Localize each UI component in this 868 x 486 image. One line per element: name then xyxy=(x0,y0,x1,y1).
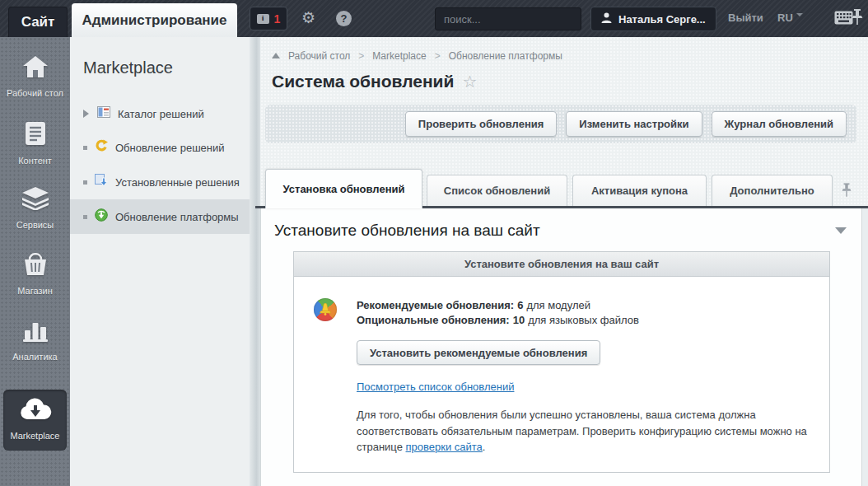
platform-update-icon xyxy=(95,208,108,225)
breadcrumb-separator: > xyxy=(435,50,441,62)
menu-item-label: Каталог решений xyxy=(118,108,204,120)
rail-item-services[interactable]: Сервисы xyxy=(0,187,70,253)
search-box xyxy=(435,7,581,30)
bar-chart-icon xyxy=(22,319,49,345)
home-icon xyxy=(22,55,49,82)
layers-icon xyxy=(21,187,49,213)
top-bar: Сайт Администрирование i 1 ⚙ ? Наталья С… xyxy=(0,0,868,37)
user-name: Наталья Серге... xyxy=(618,13,706,26)
collapse-section-icon[interactable] xyxy=(835,227,847,240)
system-requirements-note: Для того, чтобы обновления были успешно … xyxy=(357,407,813,456)
gear-icon[interactable]: ⚙ xyxy=(301,9,315,27)
tabs-pin-icon[interactable] xyxy=(842,182,852,202)
keyboard-icon[interactable] xyxy=(834,11,853,28)
menu-item-installed-solutions[interactable]: Установленные решения xyxy=(70,165,250,199)
menu-item-solutions-catalog[interactable]: Каталог решений xyxy=(70,97,250,130)
search-input[interactable] xyxy=(436,13,594,26)
menu-title: Marketplace xyxy=(70,58,250,77)
edit-settings-button[interactable]: Изменить настройки xyxy=(566,111,702,137)
breadcrumb-item[interactable]: Marketplace xyxy=(372,50,426,62)
tab-site[interactable]: Сайт xyxy=(8,7,68,37)
expand-arrow-icon[interactable] xyxy=(83,110,93,118)
install-recommended-button[interactable]: Установить рекомендуемые обновления xyxy=(357,340,600,365)
recommended-updates-suffix: для модулей xyxy=(526,299,590,311)
document-icon xyxy=(25,121,46,149)
breadcrumb-separator: > xyxy=(358,50,364,62)
logout-link[interactable]: Выйти xyxy=(728,12,763,24)
installed-solutions-icon xyxy=(95,174,108,190)
bullet-icon xyxy=(83,215,87,219)
check-updates-button[interactable]: Проверить обновления xyxy=(405,111,558,137)
tab-coupon-activation[interactable]: Активация купона xyxy=(572,175,707,206)
rail-item-desktop[interactable]: Рабочий стол xyxy=(0,55,70,121)
site-check-link[interactable]: проверки сайта xyxy=(406,441,483,453)
info-bubble-icon: i xyxy=(257,14,269,24)
content-panel: Установите обновления на ваш сайт Устано… xyxy=(260,208,862,486)
right-gutter xyxy=(862,208,868,486)
notifications-button[interactable]: i 1 xyxy=(250,7,287,30)
optional-updates-suffix: для языковых файлов xyxy=(528,314,639,326)
language-code: RU xyxy=(777,12,793,24)
updates-ball-icon xyxy=(314,298,337,321)
bullet-icon xyxy=(83,180,87,185)
update-log-button[interactable]: Журнал обновлений xyxy=(712,111,847,137)
breadcrumb-item[interactable]: Обновление платформы xyxy=(449,50,562,62)
update-panel-header: Установите обновления на ваш сайт xyxy=(294,252,829,277)
optional-updates-line: Опциональные обновления:10для языковых ф… xyxy=(357,313,813,328)
basket-icon xyxy=(21,253,49,279)
section-title: Установите обновления на ваш сайт xyxy=(274,222,540,240)
optional-updates-count: 10 xyxy=(513,314,525,326)
catalog-icon xyxy=(97,106,110,121)
pin-icon[interactable] xyxy=(852,8,863,30)
tab-update-list[interactable]: Список обновлений xyxy=(427,175,567,206)
rail-item-marketplace[interactable]: Marketplace xyxy=(3,390,67,451)
tab-additional[interactable]: Дополнительно xyxy=(712,175,833,206)
rail-item-label: Аналитика xyxy=(12,351,57,362)
marketplace-menu: Marketplace Каталог решений Обновление р… xyxy=(70,37,250,486)
rail-item-label: Контент xyxy=(18,155,52,166)
breadcrumb: Рабочий стол > Marketplace > Обновление … xyxy=(260,37,868,62)
tab-administration[interactable]: Администрирование xyxy=(72,3,237,37)
person-icon xyxy=(601,12,612,26)
optional-updates-label: Опциональные обновления: xyxy=(357,314,510,326)
help-icon[interactable]: ? xyxy=(336,11,352,26)
breadcrumb-home-icon[interactable] xyxy=(272,49,280,58)
rail-item-label: Сервисы xyxy=(16,219,54,231)
rail-item-store[interactable]: Магазин xyxy=(0,253,70,319)
rail-item-label: Рабочий стол xyxy=(7,87,63,99)
recommended-updates-count: 6 xyxy=(517,299,523,311)
menu-item-solutions-update[interactable]: Обновление решений xyxy=(70,130,250,165)
tab-install-updates[interactable]: Установка обновлений xyxy=(265,169,422,208)
user-menu-button[interactable]: Наталья Серге... xyxy=(590,7,716,31)
recommended-updates-label: Рекомендуемые обновления: xyxy=(357,299,514,311)
rail-item-analytics[interactable]: Аналитика xyxy=(0,319,70,385)
panel-divider[interactable] xyxy=(250,37,260,486)
chevron-down-icon xyxy=(796,13,803,20)
rail-item-label: Магазин xyxy=(17,285,52,297)
note-text-end: . xyxy=(483,441,486,453)
menu-item-label: Обновление решений xyxy=(115,142,225,154)
rail-item-content[interactable]: Контент xyxy=(0,121,70,187)
menu-item-platform-update[interactable]: Обновление платформы xyxy=(70,199,250,234)
bullet-icon xyxy=(83,146,87,150)
cloud-download-icon xyxy=(19,398,52,424)
rail-item-label: Marketplace xyxy=(11,430,60,442)
left-rail: Рабочий стол Контент Сервисы Магазин Ана… xyxy=(0,37,70,486)
update-panel: Установите обновления на ваш сайт Рекоме… xyxy=(293,251,830,473)
language-selector[interactable]: RU xyxy=(777,12,803,24)
menu-item-label: Установленные решения xyxy=(115,176,240,189)
notifications-count: 1 xyxy=(274,12,281,26)
refresh-icon xyxy=(95,139,108,156)
view-update-list-link[interactable]: Посмотреть список обновлений xyxy=(357,381,514,393)
favorite-star-icon[interactable]: ☆ xyxy=(462,72,477,91)
breadcrumb-item[interactable]: Рабочий стол xyxy=(288,50,350,62)
recommended-updates-line: Рекомендуемые обновления:6для модулей xyxy=(357,298,813,313)
action-toolbar: Проверить обновления Изменить настройки … xyxy=(265,105,856,143)
workspace: Рабочий стол > Marketplace > Обновление … xyxy=(260,37,868,486)
menu-item-label: Обновление платформы xyxy=(115,211,239,223)
page-title: Система обновлений xyxy=(272,72,454,91)
